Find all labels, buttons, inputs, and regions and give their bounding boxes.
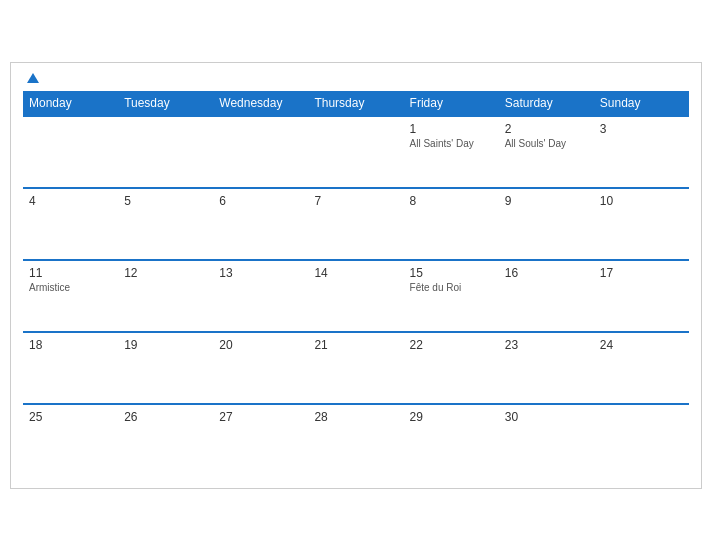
calendar-cell: 10 xyxy=(594,188,689,260)
day-number: 24 xyxy=(600,338,683,352)
calendar-cell: 9 xyxy=(499,188,594,260)
day-number: 19 xyxy=(124,338,207,352)
day-number: 7 xyxy=(314,194,397,208)
column-header-tuesday: Tuesday xyxy=(118,91,213,116)
calendar-container: MondayTuesdayWednesdayThursdayFridaySatu… xyxy=(10,62,702,489)
column-header-sunday: Sunday xyxy=(594,91,689,116)
day-number: 15 xyxy=(410,266,493,280)
day-number: 25 xyxy=(29,410,112,424)
calendar-cell: 25 xyxy=(23,404,118,476)
day-number: 27 xyxy=(219,410,302,424)
day-number: 18 xyxy=(29,338,112,352)
calendar-cell: 28 xyxy=(308,404,403,476)
column-header-friday: Friday xyxy=(404,91,499,116)
calendar-cell: 15Fête du Roi xyxy=(404,260,499,332)
day-number: 5 xyxy=(124,194,207,208)
calendar-cell: 12 xyxy=(118,260,213,332)
calendar-cell: 11Armistice xyxy=(23,260,118,332)
column-header-monday: Monday xyxy=(23,91,118,116)
day-number: 6 xyxy=(219,194,302,208)
day-number: 28 xyxy=(314,410,397,424)
calendar-cell: 1All Saints' Day xyxy=(404,116,499,188)
calendar-cell: 22 xyxy=(404,332,499,404)
calendar-cell: 16 xyxy=(499,260,594,332)
column-header-thursday: Thursday xyxy=(308,91,403,116)
day-number: 9 xyxy=(505,194,588,208)
day-number: 17 xyxy=(600,266,683,280)
calendar-cell xyxy=(23,116,118,188)
column-header-saturday: Saturday xyxy=(499,91,594,116)
calendar-cell: 24 xyxy=(594,332,689,404)
week-row-2: 45678910 xyxy=(23,188,689,260)
day-number: 12 xyxy=(124,266,207,280)
day-number: 10 xyxy=(600,194,683,208)
day-number: 30 xyxy=(505,410,588,424)
day-number: 14 xyxy=(314,266,397,280)
week-row-3: 11Armistice12131415Fête du Roi1617 xyxy=(23,260,689,332)
calendar-cell: 8 xyxy=(404,188,499,260)
calendar-cell: 5 xyxy=(118,188,213,260)
calendar-cell: 7 xyxy=(308,188,403,260)
calendar-cell: 27 xyxy=(213,404,308,476)
calendar-cell xyxy=(308,116,403,188)
calendar-cell: 21 xyxy=(308,332,403,404)
calendar-cell: 29 xyxy=(404,404,499,476)
day-number: 1 xyxy=(410,122,493,136)
week-row-1: 1All Saints' Day2All Souls' Day3 xyxy=(23,116,689,188)
day-number: 22 xyxy=(410,338,493,352)
calendar-cell: 18 xyxy=(23,332,118,404)
calendar-cell xyxy=(213,116,308,188)
logo-triangle-icon xyxy=(27,73,39,83)
day-number: 29 xyxy=(410,410,493,424)
day-number: 21 xyxy=(314,338,397,352)
day-number: 23 xyxy=(505,338,588,352)
logo xyxy=(23,73,39,83)
calendar-cell: 20 xyxy=(213,332,308,404)
day-number: 8 xyxy=(410,194,493,208)
day-number: 2 xyxy=(505,122,588,136)
calendar-cell: 14 xyxy=(308,260,403,332)
day-number: 3 xyxy=(600,122,683,136)
calendar-cell: 17 xyxy=(594,260,689,332)
week-row-5: 252627282930 xyxy=(23,404,689,476)
calendar-cell: 4 xyxy=(23,188,118,260)
calendar-cell: 26 xyxy=(118,404,213,476)
day-number: 4 xyxy=(29,194,112,208)
day-number: 11 xyxy=(29,266,112,280)
column-header-wednesday: Wednesday xyxy=(213,91,308,116)
holiday-label: Fête du Roi xyxy=(410,282,493,293)
calendar-header xyxy=(23,73,689,83)
calendar-table: MondayTuesdayWednesdayThursdayFridaySatu… xyxy=(23,91,689,476)
calendar-cell: 19 xyxy=(118,332,213,404)
calendar-cell xyxy=(118,116,213,188)
day-number: 26 xyxy=(124,410,207,424)
calendar-cell: 2All Souls' Day xyxy=(499,116,594,188)
holiday-label: Armistice xyxy=(29,282,112,293)
calendar-cell: 6 xyxy=(213,188,308,260)
day-number: 20 xyxy=(219,338,302,352)
day-number: 13 xyxy=(219,266,302,280)
holiday-label: All Saints' Day xyxy=(410,138,493,149)
calendar-cell: 13 xyxy=(213,260,308,332)
calendar-cell: 3 xyxy=(594,116,689,188)
holiday-label: All Souls' Day xyxy=(505,138,588,149)
day-number: 16 xyxy=(505,266,588,280)
week-row-4: 18192021222324 xyxy=(23,332,689,404)
calendar-cell: 30 xyxy=(499,404,594,476)
calendar-cell xyxy=(594,404,689,476)
calendar-cell: 23 xyxy=(499,332,594,404)
calendar-header-row: MondayTuesdayWednesdayThursdayFridaySatu… xyxy=(23,91,689,116)
